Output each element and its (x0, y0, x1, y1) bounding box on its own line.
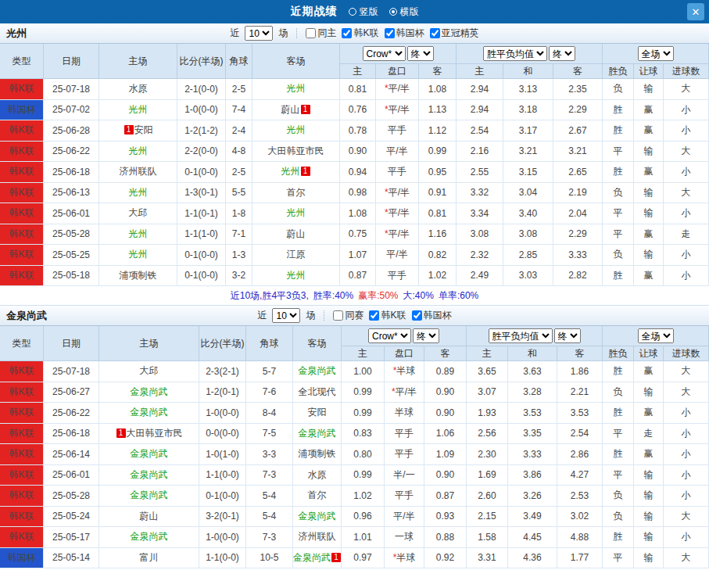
team-link[interactable]: 金泉尚武 (131, 469, 168, 480)
team-link[interactable]: 金泉尚武 (131, 386, 168, 397)
team-link[interactable]: 金泉尚武 (299, 365, 336, 376)
odds-company-select[interactable]: Crow* (363, 46, 406, 61)
europe-avg-select[interactable]: 胜平负均值 (483, 46, 547, 61)
layout-radio-horizontal[interactable]: 横版 (389, 5, 419, 19)
checkbox-input[interactable] (430, 28, 440, 38)
team-link[interactable]: 光州 (287, 83, 306, 94)
ah-away-odds: 0.90 (424, 465, 467, 486)
corners: 1-3 (226, 245, 252, 266)
europe-time-select[interactable]: 终 (549, 46, 575, 61)
summary-part: 大:40% (403, 289, 434, 303)
checkbox-input[interactable] (369, 310, 379, 321)
result-wdl: 负 (603, 79, 634, 100)
odds-company-select[interactable]: Crow* (368, 328, 411, 343)
layout-radio-vertical[interactable]: 竖版 (349, 5, 378, 19)
matches-table: 类型日期主场比分(半场)角球客场Crow*终胜平负均值终全场主盘口客主和客胜负让… (0, 44, 709, 286)
filter-checkbox-2[interactable]: 韩国杯 (412, 309, 452, 322)
team-link[interactable]: 济州联队 (299, 531, 336, 542)
team-link[interactable]: 安阳 (134, 124, 153, 135)
team-link[interactable]: 蔚山 (287, 228, 306, 239)
checkbox-input[interactable] (342, 28, 352, 38)
score: 1-0(0-0) (199, 527, 246, 548)
team-link[interactable]: 江原 (287, 249, 306, 260)
team-link[interactable]: 首尔 (308, 489, 327, 500)
rank-badge: 1 (124, 125, 134, 134)
team-link[interactable]: 浦项制铁 (299, 448, 336, 459)
team-link[interactable]: 光州 (129, 249, 148, 260)
team-link[interactable]: 金泉尚武 (293, 552, 331, 563)
result-goals: 小 (664, 203, 709, 224)
corners: 10-5 (246, 548, 293, 569)
team-link[interactable]: 金泉尚武 (299, 428, 336, 439)
team-link[interactable]: 大田韩亚市民 (268, 145, 324, 156)
match-date: 25-05-14 (44, 548, 99, 569)
europe-time-select[interactable]: 终 (554, 328, 581, 343)
eu-away-odds: 2.53 (557, 486, 603, 507)
team-link[interactable]: 金泉尚武 (299, 511, 336, 522)
odds-time-select[interactable]: 终 (407, 46, 434, 61)
checkbox-input[interactable] (412, 310, 422, 321)
filter-checkbox-1[interactable]: 韩K联 (342, 27, 378, 40)
team-link[interactable]: 光州 (129, 104, 148, 115)
team-link[interactable]: 大田韩亚市民 (127, 428, 183, 439)
scope-select[interactable]: 全场 (638, 46, 674, 61)
team-link[interactable]: 大邱 (140, 365, 159, 376)
filter-checkbox-3[interactable]: 亚冠精英 (430, 27, 479, 40)
sub-column-header: 主 (340, 64, 376, 79)
team-name: 光州 (0, 27, 27, 41)
recent-count-select[interactable]: 10 (272, 308, 300, 323)
team-link[interactable]: 济州联队 (120, 166, 157, 177)
team-link[interactable]: 水原 (308, 469, 327, 480)
team-link[interactable]: 光州 (129, 187, 148, 198)
team-link[interactable]: 全北现代 (299, 386, 336, 397)
checkbox-input[interactable] (306, 28, 316, 38)
team-link[interactable]: 光州 (287, 270, 306, 281)
summary-part: 近10场,胜4平3负3, (231, 289, 309, 303)
match-date: 25-05-17 (44, 527, 99, 548)
team-link[interactable]: 首尔 (287, 187, 306, 198)
result-handicap: 赢 (634, 100, 664, 121)
checkbox-input[interactable] (385, 28, 395, 38)
eu-draw-odds: 2.85 (503, 245, 553, 266)
result-handicap: 输 (634, 79, 664, 100)
team-link[interactable]: 水原 (129, 83, 148, 94)
league-tag: 韩K联 (0, 382, 44, 403)
recent-count-select[interactable]: 10 (245, 26, 273, 41)
ah-line: 平手 (385, 486, 424, 507)
team-link[interactable]: 光州 (287, 207, 306, 218)
team-link[interactable]: 光州 (129, 228, 148, 239)
filter-checkbox-0[interactable]: 同主 (306, 27, 336, 40)
team-link[interactable]: 金泉尚武 (131, 531, 168, 542)
filter-checkbox-2[interactable]: 韩国杯 (385, 27, 424, 40)
result-handicap: 赢 (634, 444, 664, 465)
team-link[interactable]: 富川 (140, 552, 159, 563)
ah-away-odds: 1.06 (424, 424, 467, 445)
league-tag: 韩K联 (0, 507, 44, 528)
team-link[interactable]: 大邱 (129, 207, 148, 218)
team-link[interactable]: 蔚山 (140, 511, 159, 522)
filter-checkbox-0[interactable]: 同赛 (333, 309, 363, 322)
eu-home-odds: 2.55 (457, 162, 503, 183)
team-link[interactable]: 光州 (129, 145, 148, 156)
match-date: 25-06-01 (44, 465, 99, 486)
team-link[interactable]: 安阳 (308, 407, 327, 418)
odds-time-select[interactable]: 终 (413, 328, 439, 343)
ah-line: 半/一 (385, 465, 424, 486)
ah-away-odds: 1.02 (419, 266, 457, 287)
team-link[interactable]: 光州 (281, 166, 300, 177)
filter-checkbox-1[interactable]: 韩K联 (369, 309, 406, 322)
titlebar-center: 近期战绩 竖版 横版 (0, 0, 709, 23)
team-link[interactable]: 光州 (287, 124, 306, 135)
team-link[interactable]: 金泉尚武 (131, 489, 168, 500)
checkbox-input[interactable] (333, 310, 343, 321)
corners: 7-1 (226, 224, 252, 246)
close-button[interactable]: ✕ (687, 3, 704, 20)
scope-select[interactable]: 全场 (638, 328, 674, 343)
result-goals: 大 (664, 79, 709, 100)
team-link[interactable]: 蔚山 (281, 104, 300, 115)
team-link[interactable]: 浦项制铁 (120, 270, 157, 281)
result-goals: 大 (664, 183, 709, 204)
team-link[interactable]: 金泉尚武 (131, 448, 168, 459)
team-link[interactable]: 金泉尚武 (131, 407, 168, 418)
europe-avg-select[interactable]: 胜平负均值 (489, 328, 553, 343)
